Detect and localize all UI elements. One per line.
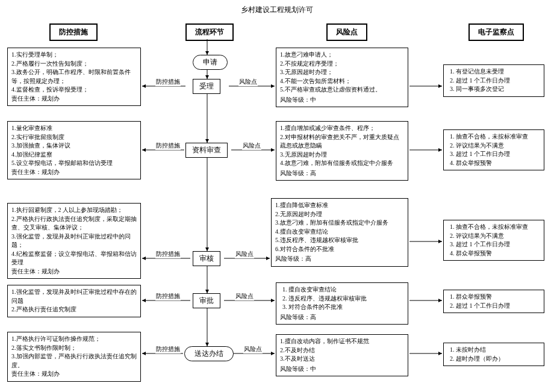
- col-header-risk: 风险点: [326, 23, 367, 41]
- diagram-grid: 防控措施 流程环节 风险点 电子监察点 申请 受理 资料审查 审核 审批 送达办…: [5, 17, 549, 391]
- risk-docreview: 1.擅自增加或减少审查条件、程序； 2.对申报材料的审查把关不严，对重大质疑点疏…: [276, 121, 408, 181]
- prevent-review: 1.执行回避制度，2 人以上参加现场踏勘； 2.严格执行行政执法责任追究制度，采…: [7, 203, 141, 279]
- lbl-prevent-app: 防控措施: [155, 292, 181, 300]
- flow-review: 审核: [193, 251, 220, 266]
- lbl-risk-doc: 风险点: [242, 142, 261, 150]
- flow-docreview: 资料审查: [185, 143, 228, 158]
- monitor-docreview: 抽查不合格，未按标准审查 评议结果为不满意 超过 1 个工作日办理 群众举报预警: [443, 129, 544, 170]
- risk-approve: 擅自改变审查结论 违反程序、违规越权审核审批 对符合条件的不批准 风险等级：高: [276, 282, 408, 325]
- monitor-accept: 有登记信息未受理 超过 1 个工作日办理 同一事项多次登记: [443, 64, 544, 97]
- prevent-accept: 1.实行受理单制； 2.严格履行一次性告知制度； 3.政务公开，明确工作程序、时…: [7, 48, 141, 106]
- prevent-docreview: 1.量化审查标准 2.实行审批留痕制度 3.加强抽查，集体评议 4.加强纪律监察…: [7, 121, 141, 179]
- monitor-deliver: 未按时办结 超时办理（即办）: [443, 343, 544, 366]
- lbl-prevent-doc: 防控措施: [155, 142, 181, 150]
- lbl-risk-rev: 风险点: [235, 250, 254, 258]
- lbl-risk-del: 风险点: [243, 345, 263, 353]
- flow-apply: 申请: [193, 55, 228, 70]
- prevent-approve: 1.强化监管，发现并及时纠正审批过程中存在的问题 2.严格执行责任追究制度: [7, 285, 141, 317]
- risk-accept: 1.故意刁难申请人； 2.不按规定程序受理； 3.无原因超时办理； 4.不能一次…: [276, 48, 408, 107]
- flow-deliver: 送达办结: [184, 346, 234, 361]
- flow-approve: 审批: [193, 293, 220, 308]
- col-header-monitor: 电子监察点: [468, 23, 524, 41]
- monitor-approve: 群众举报预警 超过 1 个工作日办理: [443, 290, 544, 313]
- monitor-review: 抽查不合格，未按标准审查 评议结果为不满意 超过 1 个工作日办理 群众举报预警: [443, 220, 544, 261]
- col-header-flow: 流程环节: [185, 23, 234, 41]
- flow-accept: 受理: [193, 79, 220, 94]
- lbl-prevent-del: 防控措施: [155, 345, 181, 353]
- lbl-prevent-rev: 防控措施: [155, 250, 181, 258]
- page-title: 乡村建设工程规划许可: [5, 5, 549, 15]
- risk-deliver: 1.擅自改动内容，制作证书不规范 2.不及时办结 3.不及时送达 风险等级：中: [276, 334, 408, 376]
- lbl-risk-app: 风险点: [235, 292, 254, 300]
- lbl-prevent-accept: 防控措施: [155, 78, 181, 86]
- col-header-prevent: 防控措施: [49, 23, 98, 41]
- prevent-deliver: 1.严格执行许可证制作操作规范； 2.落实文书制作限时制； 3.加强内部监管，严…: [7, 332, 141, 382]
- risk-review: 1.擅自降低审查标准 2.无原因超时办理 3.故意刁难，附加有偿服务或指定中介服…: [271, 198, 408, 267]
- lbl-risk-accept: 风险点: [238, 78, 258, 86]
